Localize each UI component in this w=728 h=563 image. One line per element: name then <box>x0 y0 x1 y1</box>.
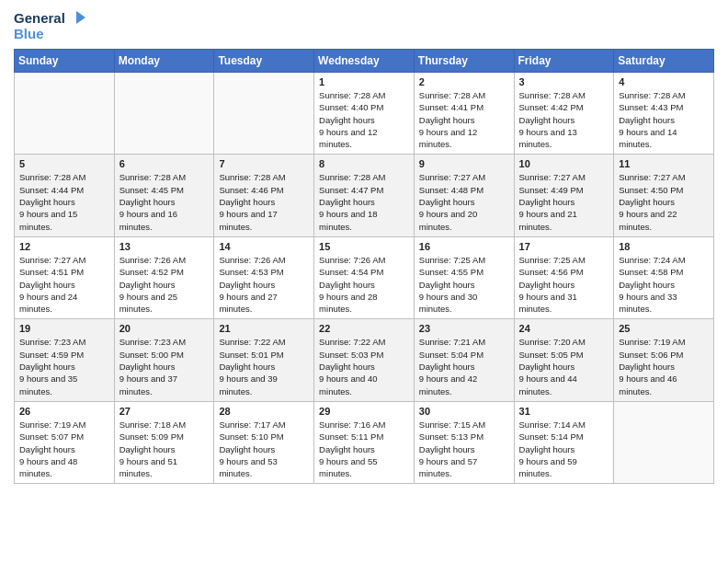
day-info: Sunrise: 7:22 AMSunset: 5:03 PMDaylight … <box>319 336 409 396</box>
day-number: 29 <box>319 406 409 417</box>
day-info: Sunrise: 7:20 AMSunset: 5:05 PMDaylight … <box>519 336 609 396</box>
day-number: 13 <box>119 241 210 252</box>
day-info: Sunrise: 7:28 AMSunset: 4:41 PMDaylight … <box>419 89 509 150</box>
calendar-cell: 18Sunrise: 7:24 AMSunset: 4:58 PMDayligh… <box>614 236 714 318</box>
day-number: 6 <box>119 158 210 169</box>
day-number: 12 <box>19 241 109 252</box>
day-number: 27 <box>119 406 210 417</box>
day-info: Sunrise: 7:16 AMSunset: 5:11 PMDaylight … <box>319 419 409 479</box>
calendar-cell: 1Sunrise: 7:28 AMSunset: 4:40 PMDaylight… <box>314 73 415 155</box>
calendar-cell: 29Sunrise: 7:16 AMSunset: 5:11 PMDayligh… <box>314 401 415 483</box>
day-info: Sunrise: 7:18 AMSunset: 5:09 PMDaylight … <box>119 419 210 479</box>
day-info: Sunrise: 7:27 AMSunset: 4:50 PMDaylight … <box>619 171 709 232</box>
calendar-cell: 28Sunrise: 7:17 AMSunset: 5:10 PMDayligh… <box>214 401 314 483</box>
day-info: Sunrise: 7:28 AMSunset: 4:42 PMDaylight … <box>519 89 609 150</box>
day-number: 21 <box>219 323 309 334</box>
logo-text-block: General Blue <box>14 9 87 41</box>
day-number: 20 <box>119 323 210 334</box>
logo: General Blue <box>14 9 87 41</box>
logo-blue: Blue <box>14 26 87 41</box>
weekday-header-thursday: Thursday <box>414 50 514 73</box>
day-info: Sunrise: 7:26 AMSunset: 4:52 PMDaylight … <box>119 254 210 315</box>
day-info: Sunrise: 7:25 AMSunset: 4:55 PMDaylight … <box>419 254 509 315</box>
day-info: Sunrise: 7:26 AMSunset: 4:53 PMDaylight … <box>219 254 309 315</box>
calendar-cell: 22Sunrise: 7:22 AMSunset: 5:03 PMDayligh… <box>314 319 415 401</box>
calendar-cell: 25Sunrise: 7:19 AMSunset: 5:06 PMDayligh… <box>614 319 714 401</box>
day-number: 24 <box>519 323 609 334</box>
day-info: Sunrise: 7:14 AMSunset: 5:14 PMDaylight … <box>519 419 609 479</box>
day-number: 4 <box>619 76 709 87</box>
calendar-cell: 2Sunrise: 7:28 AMSunset: 4:41 PMDaylight… <box>414 73 514 155</box>
day-info: Sunrise: 7:25 AMSunset: 4:56 PMDaylight … <box>519 254 609 315</box>
day-number: 26 <box>19 406 109 417</box>
day-number: 8 <box>319 158 409 169</box>
weekday-header-sunday: Sunday <box>15 50 115 73</box>
day-number: 10 <box>519 158 609 169</box>
day-info: Sunrise: 7:15 AMSunset: 5:13 PMDaylight … <box>419 419 509 479</box>
calendar-cell: 26Sunrise: 7:19 AMSunset: 5:07 PMDayligh… <box>15 401 115 483</box>
page: General Blue SundayMondayTuesdayWednesda… <box>0 0 728 498</box>
day-info: Sunrise: 7:19 AMSunset: 5:06 PMDaylight … <box>619 336 709 396</box>
calendar-cell: 10Sunrise: 7:27 AMSunset: 4:49 PMDayligh… <box>514 155 614 236</box>
calendar-cell: 30Sunrise: 7:15 AMSunset: 5:13 PMDayligh… <box>414 401 514 483</box>
weekday-header-friday: Friday <box>514 50 614 73</box>
calendar-week-row: 26Sunrise: 7:19 AMSunset: 5:07 PMDayligh… <box>15 401 714 483</box>
calendar-cell: 15Sunrise: 7:26 AMSunset: 4:54 PMDayligh… <box>314 236 415 318</box>
day-number: 14 <box>219 241 309 252</box>
calendar-cell: 17Sunrise: 7:25 AMSunset: 4:56 PMDayligh… <box>514 236 614 318</box>
calendar-cell: 8Sunrise: 7:28 AMSunset: 4:47 PMDaylight… <box>314 155 415 236</box>
day-info: Sunrise: 7:28 AMSunset: 4:46 PMDaylight … <box>219 171 309 232</box>
calendar-cell: 3Sunrise: 7:28 AMSunset: 4:42 PMDaylight… <box>514 73 614 155</box>
day-number: 5 <box>19 158 109 169</box>
day-info: Sunrise: 7:28 AMSunset: 4:43 PMDaylight … <box>619 89 709 150</box>
calendar-cell: 12Sunrise: 7:27 AMSunset: 4:51 PMDayligh… <box>15 236 115 318</box>
day-number: 25 <box>619 323 709 334</box>
weekday-header-wednesday: Wednesday <box>314 50 415 73</box>
calendar-cell <box>15 73 115 155</box>
day-number: 18 <box>619 241 709 252</box>
day-info: Sunrise: 7:26 AMSunset: 4:54 PMDaylight … <box>319 254 409 315</box>
day-number: 1 <box>319 76 409 87</box>
day-info: Sunrise: 7:21 AMSunset: 5:04 PMDaylight … <box>419 336 509 396</box>
day-number: 22 <box>319 323 409 334</box>
day-info: Sunrise: 7:17 AMSunset: 5:10 PMDaylight … <box>219 419 309 479</box>
day-info: Sunrise: 7:19 AMSunset: 5:07 PMDaylight … <box>19 419 109 479</box>
day-number: 19 <box>19 323 109 334</box>
calendar-week-row: 5Sunrise: 7:28 AMSunset: 4:44 PMDaylight… <box>15 155 714 236</box>
calendar-cell <box>214 73 314 155</box>
calendar-cell: 7Sunrise: 7:28 AMSunset: 4:46 PMDaylight… <box>214 155 314 236</box>
weekday-header-row: SundayMondayTuesdayWednesdayThursdayFrid… <box>15 50 714 73</box>
day-number: 15 <box>319 241 409 252</box>
calendar-cell: 9Sunrise: 7:27 AMSunset: 4:48 PMDaylight… <box>414 155 514 236</box>
calendar-cell: 6Sunrise: 7:28 AMSunset: 4:45 PMDaylight… <box>114 155 214 236</box>
day-number: 17 <box>519 241 609 252</box>
logo-general: General <box>14 10 65 26</box>
calendar-cell: 14Sunrise: 7:26 AMSunset: 4:53 PMDayligh… <box>214 236 314 318</box>
header: General Blue <box>14 9 714 41</box>
day-info: Sunrise: 7:27 AMSunset: 4:49 PMDaylight … <box>519 171 609 232</box>
day-info: Sunrise: 7:23 AMSunset: 5:00 PMDaylight … <box>119 336 210 396</box>
day-number: 11 <box>619 158 709 169</box>
calendar-week-row: 12Sunrise: 7:27 AMSunset: 4:51 PMDayligh… <box>15 236 714 318</box>
calendar-cell: 27Sunrise: 7:18 AMSunset: 5:09 PMDayligh… <box>114 401 214 483</box>
calendar-cell <box>614 401 714 483</box>
calendar-cell: 23Sunrise: 7:21 AMSunset: 5:04 PMDayligh… <box>414 319 514 401</box>
calendar-cell: 19Sunrise: 7:23 AMSunset: 4:59 PMDayligh… <box>15 319 115 401</box>
day-info: Sunrise: 7:23 AMSunset: 4:59 PMDaylight … <box>19 336 109 396</box>
day-info: Sunrise: 7:28 AMSunset: 4:44 PMDaylight … <box>19 171 109 232</box>
day-number: 23 <box>419 323 509 334</box>
day-info: Sunrise: 7:27 AMSunset: 4:48 PMDaylight … <box>419 171 509 232</box>
svg-marker-0 <box>76 11 85 24</box>
day-number: 30 <box>419 406 509 417</box>
calendar-week-row: 19Sunrise: 7:23 AMSunset: 4:59 PMDayligh… <box>15 319 714 401</box>
calendar-cell: 5Sunrise: 7:28 AMSunset: 4:44 PMDaylight… <box>15 155 115 236</box>
day-number: 28 <box>219 406 309 417</box>
calendar-cell: 4Sunrise: 7:28 AMSunset: 4:43 PMDaylight… <box>614 73 714 155</box>
calendar-cell: 31Sunrise: 7:14 AMSunset: 5:14 PMDayligh… <box>514 401 614 483</box>
calendar-cell: 13Sunrise: 7:26 AMSunset: 4:52 PMDayligh… <box>114 236 214 318</box>
day-number: 9 <box>419 158 509 169</box>
calendar-table: SundayMondayTuesdayWednesdayThursdayFrid… <box>14 49 714 484</box>
day-info: Sunrise: 7:28 AMSunset: 4:45 PMDaylight … <box>119 171 210 232</box>
calendar-cell: 11Sunrise: 7:27 AMSunset: 4:50 PMDayligh… <box>614 155 714 236</box>
day-info: Sunrise: 7:22 AMSunset: 5:01 PMDaylight … <box>219 336 309 396</box>
